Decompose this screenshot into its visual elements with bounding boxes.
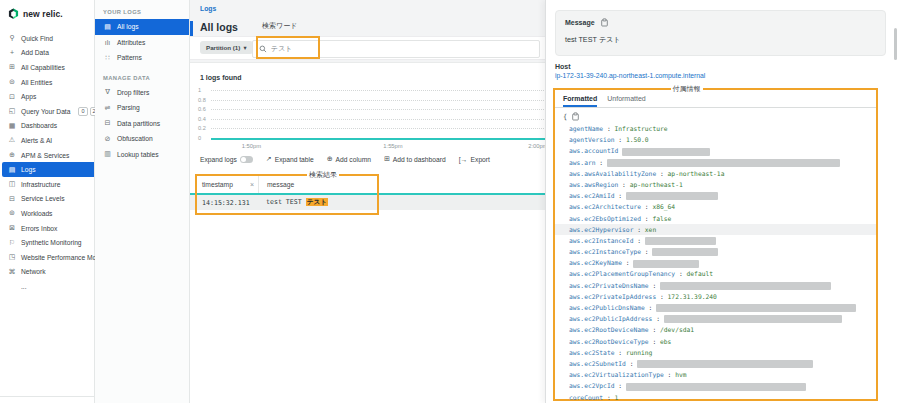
sidebar-item[interactable]: ⊠ Errors Inbox <box>0 221 94 236</box>
results-card: 1 logs found 1 0.8 0.6 <box>190 62 550 403</box>
attribute-row[interactable]: aws.ec2State : running <box>555 347 876 358</box>
sidebar-item[interactable]: ⊘Obfuscation <box>95 131 189 147</box>
sidebar-item[interactable]: ⊟ Service Levels <box>0 192 94 207</box>
attribute-row[interactable]: aws.ec2KeyName : <box>555 257 876 268</box>
attribute-row[interactable]: aws.ec2PublicIpAddress : <box>555 313 876 324</box>
sidebar-item[interactable]: ⚠ Alerts & AI <box>0 133 94 148</box>
copy-icon[interactable] <box>572 112 579 121</box>
attribute-row[interactable]: aws.arn : <box>555 157 876 168</box>
attribute-key: aws.ec2AmiId <box>569 192 615 199</box>
attribute-row[interactable]: aws.awsAvailabilityZone : ap-northeast-1… <box>555 168 876 179</box>
sidebar-item[interactable]: ▥Lookup tables <box>95 147 189 163</box>
expand-logs-toggle[interactable]: Expand logs <box>200 156 253 163</box>
attribute-row[interactable]: aws.awsRegion : ap-northeast-1 <box>555 179 876 190</box>
attribute-row[interactable]: aws.ec2InstanceType : <box>555 246 876 257</box>
attribute-row[interactable]: aws.ec2Architecture : x86_64 <box>555 201 876 212</box>
attribute-row[interactable]: aws.ec2PlacementGroupTenancy : default <box>555 268 876 279</box>
sidebar-item[interactable]: ▤All logs <box>95 19 189 35</box>
export-button[interactable]: [→ Export <box>459 156 490 163</box>
attribute-row[interactable]: aws.ec2VpcId : <box>555 380 876 391</box>
attribute-value: x86_64 <box>652 203 675 210</box>
sidebar-item[interactable]: ⚐ Synthetic Monitoring <box>0 235 94 250</box>
attribute-row[interactable]: aws.ec2SubnetId : <box>555 358 876 369</box>
sidebar-item[interactable]: ... <box>0 279 94 294</box>
log-search-field[interactable] <box>252 40 540 58</box>
sidebar-item[interactable]: ⇌Parsing <box>95 100 189 116</box>
redacted-value-bar <box>652 248 718 256</box>
attribute-row[interactable]: aws.ec2InstanceId : <box>555 235 876 246</box>
toggle-switch-icon[interactable] <box>240 156 253 163</box>
add-to-dashboard-button[interactable]: ⊞ Add to dashboard <box>384 155 446 163</box>
attribute-key: aws.awsRegion <box>569 181 618 188</box>
dashboards-icon: ▦ <box>8 122 16 130</box>
sidebar-item[interactable]: ∇Drop filters <box>95 85 189 101</box>
attribute-key: aws.accountId <box>569 147 618 154</box>
sidebar-item[interactable]: ⌘ Network <box>0 265 94 280</box>
remove-column-icon[interactable]: × <box>250 181 258 188</box>
infrastructure-icon: ◫ <box>8 180 16 188</box>
redacted-value-bar <box>656 304 856 312</box>
attribute-row[interactable]: aws.ec2PrivateDnsName : <box>555 280 876 291</box>
sidebar-item[interactable]: ılıAttributes <box>95 35 189 51</box>
attribute-row[interactable]: aws.ec2VirtualizationType : hvm <box>555 369 876 380</box>
log-table-row[interactable]: 14:15:32.131 test TEST テスト <box>190 193 550 210</box>
redacted-value-bar <box>626 192 718 200</box>
add-column-button[interactable]: ⊕ Add column <box>327 155 371 163</box>
plus-icon: + <box>8 49 16 56</box>
errors-inbox-icon: ⊠ <box>8 224 16 232</box>
copy-icon[interactable] <box>601 18 608 27</box>
sidebar-item[interactable]: ◱ Query Your Data 02 <box>0 104 94 119</box>
attribute-key: aws.ec2SubnetId <box>569 360 626 367</box>
sidebar-item[interactable]: ⊕ APM & Services <box>0 148 94 163</box>
sidebar-item[interactable]: ⚲ Quick Find <box>0 31 94 46</box>
attribute-row[interactable]: agentName : Infrastructure <box>555 123 876 134</box>
breadcrumb[interactable]: Logs <box>200 5 216 12</box>
new-relic-logo[interactable]: new relic. <box>0 0 94 27</box>
sidebar-item[interactable]: ⊚ Workloads <box>0 206 94 221</box>
open-brace: { <box>563 113 567 121</box>
sidebar-item[interactable]: ⊞ All Capabilities <box>0 60 94 75</box>
attribute-row[interactable]: aws.ec2AmiId : <box>555 190 876 201</box>
sidebar-item[interactable]: ▤ Logs <box>2 162 94 177</box>
partition-dropdown[interactable]: Partition (1) ▾ <box>200 41 253 54</box>
sidebar-item[interactable]: ◳ Website Performance Mo... <box>0 250 94 265</box>
message-column-header[interactable]: message <box>259 181 294 188</box>
data-partitions-icon: ⊟ <box>103 119 112 127</box>
sidebar-item[interactable]: ∷Patterns <box>95 50 189 66</box>
attribute-row[interactable]: aws.ec2Hypervisor : xen <box>555 224 876 235</box>
expand-table-button[interactable]: ↗ Expand table <box>266 155 314 163</box>
format-tab[interactable]: Formatted <box>563 95 597 107</box>
attribute-key: aws.ec2State <box>569 349 615 356</box>
attribute-row[interactable]: aws.ec2PublicDnsName : <box>555 302 876 313</box>
host-link[interactable]: ip-172-31-39-240.ap-northeast-1.compute.… <box>555 72 705 79</box>
x-axis-tick-label: 1:55pm <box>383 143 402 149</box>
attribute-key: agentName <box>569 125 603 132</box>
sidebar-item[interactable]: ⊡ Apps <box>0 89 94 104</box>
attribute-row[interactable]: aws.ec2EbsOptimized : false <box>555 213 876 224</box>
attribute-row[interactable]: agentVersion : 1.50.0 <box>555 134 876 145</box>
attribute-row[interactable]: aws.ec2RootDeviceName : /dev/sda1 <box>555 324 876 335</box>
attribute-row[interactable]: aws.accountId <box>555 145 876 156</box>
attribute-value: 1 <box>615 394 619 401</box>
annotation-label-search-word: 検索ワード <box>260 21 299 31</box>
sidebar-item[interactable]: + Add Data <box>0 46 94 61</box>
message-card: Message test TEST テスト <box>555 10 886 56</box>
search-input[interactable] <box>271 46 495 53</box>
sidebar-item[interactable]: ⊟Data partitions <box>95 116 189 132</box>
x-axis-tick-label: 1:50pm <box>242 143 261 149</box>
attribute-row[interactable]: aws.ec2RootDeviceType : ebs <box>555 336 876 347</box>
sidebar-item[interactable]: ▦ Dashboards <box>0 119 94 134</box>
redacted-value-bar <box>660 282 831 290</box>
badge: 0 <box>78 107 87 116</box>
annotation-label-attached-info: 付属情報 <box>671 84 703 94</box>
sidebar-item[interactable]: ◫ Infrastructure <box>0 177 94 192</box>
attribute-row[interactable]: coreCount : 1 <box>555 392 876 403</box>
sidebar-item[interactable]: ⊜ All Entities <box>0 75 94 90</box>
search-term-highlight: テスト <box>306 198 328 206</box>
redacted-value-bar <box>645 237 716 245</box>
attribute-row[interactable]: aws.ec2PrivateIpAddress : 172.31.39.240 <box>555 291 876 302</box>
format-tab[interactable]: Unformatted <box>607 95 646 107</box>
timestamp-column-header[interactable]: timestamp × <box>190 181 258 188</box>
panel-scrollbar[interactable] <box>894 28 897 60</box>
workloads-icon: ⊚ <box>8 209 16 217</box>
